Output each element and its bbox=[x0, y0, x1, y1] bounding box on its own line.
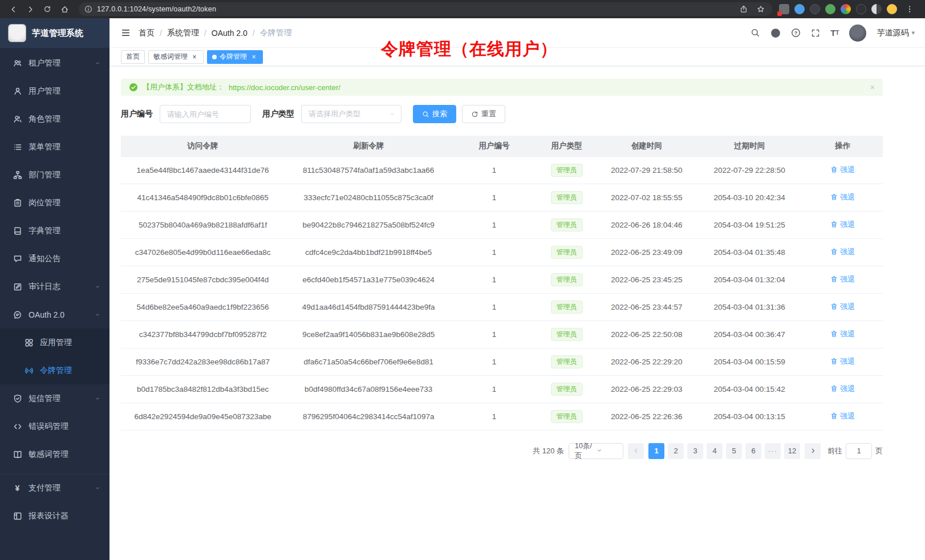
tab-token[interactable]: 令牌管理 bbox=[207, 50, 263, 64]
font-size-icon[interactable]: TT bbox=[830, 29, 839, 37]
user-avatar[interactable] bbox=[849, 25, 866, 42]
sidebar-item-audit-log[interactable]: 审计日志 bbox=[0, 273, 109, 301]
force-logout-button[interactable]: 强退 bbox=[830, 356, 855, 367]
user-id-cell: 1 bbox=[452, 238, 536, 266]
extension-icon[interactable] bbox=[779, 4, 789, 14]
sidebar-item-role[interactable]: 角色管理 bbox=[0, 105, 109, 133]
back-icon[interactable] bbox=[6, 2, 21, 17]
close-icon[interactable] bbox=[250, 53, 258, 61]
sidebar-item-tenant[interactable]: 租户管理 bbox=[0, 49, 109, 77]
pager-page-3[interactable]: 3 bbox=[687, 443, 703, 459]
sidebar-item-notice[interactable]: 通知公告 bbox=[0, 245, 109, 273]
sidebar-item-oauth2-app[interactable]: 应用管理 bbox=[0, 328, 109, 356]
sidebar-item-user[interactable]: 用户管理 bbox=[0, 77, 109, 105]
user-menu[interactable]: 芋道源码 ▾ bbox=[877, 28, 915, 38]
sidebar-item-post[interactable]: 岗位管理 bbox=[0, 189, 109, 217]
force-logout-button[interactable]: 强退 bbox=[830, 165, 855, 175]
expire-time-cell: 2054-03-04 01:35:48 bbox=[696, 238, 803, 266]
fullscreen-icon[interactable] bbox=[811, 29, 820, 38]
force-logout-button[interactable]: 强退 bbox=[830, 329, 855, 339]
page-size-select[interactable]: 10条/页 bbox=[569, 443, 623, 459]
sidebar-item-sensitive-word[interactable]: 敏感词管理 bbox=[0, 440, 109, 468]
goto-page-input[interactable] bbox=[846, 443, 872, 459]
reload-icon[interactable] bbox=[40, 2, 55, 17]
extension-icon[interactable] bbox=[871, 4, 882, 14]
alert-close-icon[interactable]: × bbox=[870, 83, 875, 92]
force-logout-button[interactable]: 强退 bbox=[830, 192, 855, 202]
force-logout-button[interactable]: 强退 bbox=[830, 411, 855, 421]
tab-home[interactable]: 首页 bbox=[121, 50, 145, 64]
help-icon[interactable]: ? bbox=[791, 28, 801, 38]
pager-page-4[interactable]: 4 bbox=[707, 443, 723, 459]
force-logout-label: 强退 bbox=[840, 302, 855, 312]
extension-icon[interactable] bbox=[856, 4, 866, 14]
doc-link[interactable]: https://doc.iocoder.cn/user-center/ bbox=[229, 83, 340, 92]
pager-page-12[interactable]: 12 bbox=[784, 443, 800, 459]
sidebar-item-oauth2-token[interactable]: 令牌管理 bbox=[0, 356, 109, 384]
active-tab-dot bbox=[212, 55, 217, 59]
search-icon bbox=[422, 111, 429, 118]
extension-icon[interactable] bbox=[825, 4, 835, 14]
user-type-select[interactable]: 请选择用户类型 bbox=[301, 105, 401, 123]
pager-page-5[interactable]: 5 bbox=[726, 443, 742, 459]
trash-icon bbox=[830, 385, 838, 392]
sidebar-item-dept[interactable]: 部门管理 bbox=[0, 161, 109, 189]
forward-icon[interactable] bbox=[23, 2, 38, 17]
user-type-badge: 管理员 bbox=[551, 218, 583, 232]
browser-menu-icon[interactable] bbox=[902, 2, 917, 17]
sidebar-item-pay[interactable]: ¥支付管理 bbox=[0, 474, 109, 502]
home-icon[interactable] bbox=[57, 2, 72, 17]
breadcrumb-oauth[interactable]: OAuth 2.0 bbox=[212, 29, 248, 38]
breadcrumb-system[interactable]: 系统管理 bbox=[167, 28, 199, 38]
pager-page-2[interactable]: 2 bbox=[668, 443, 684, 459]
sidebar-fold-icon[interactable] bbox=[121, 28, 131, 38]
table-row: 41c41346a548490f9dc8b01c6bfe0865333ecfc7… bbox=[121, 184, 883, 211]
create-time-cell: 2022-06-25 23:45:25 bbox=[597, 266, 696, 293]
tab-sensitive-word[interactable]: 敏感词管理 bbox=[148, 50, 204, 64]
action-cell: 强退 bbox=[803, 184, 883, 211]
search-button[interactable]: 搜索 bbox=[413, 105, 456, 123]
breadcrumb: 首页 系统管理 OAuth 2.0 令牌管理 bbox=[139, 28, 292, 38]
next-page-button[interactable] bbox=[805, 443, 821, 459]
force-logout-button[interactable]: 强退 bbox=[830, 302, 855, 312]
user-type-cell: 管理员 bbox=[536, 320, 597, 348]
svg-text:?: ? bbox=[794, 30, 798, 36]
extension-icon[interactable] bbox=[794, 4, 805, 14]
force-logout-button[interactable]: 强退 bbox=[830, 220, 855, 230]
site-info-icon[interactable] bbox=[84, 5, 92, 13]
force-logout-label: 强退 bbox=[840, 411, 855, 421]
extension-icon[interactable] bbox=[810, 4, 820, 14]
pager-page-1[interactable]: 1 bbox=[648, 443, 664, 459]
sidebar-item-label: 支付管理 bbox=[29, 483, 88, 493]
breadcrumb-home[interactable]: 首页 bbox=[139, 28, 155, 38]
force-logout-button[interactable]: 强退 bbox=[830, 274, 855, 285]
browser-profile-avatar[interactable] bbox=[887, 4, 897, 14]
force-logout-button[interactable]: 强退 bbox=[830, 247, 855, 257]
sidebar-item-report[interactable]: 报表设计器 bbox=[0, 502, 109, 530]
chevron-down-icon bbox=[95, 396, 100, 401]
github-icon[interactable] bbox=[770, 28, 781, 38]
close-icon[interactable] bbox=[190, 53, 198, 61]
user-id-input[interactable] bbox=[160, 105, 251, 123]
sidebar-item-menu[interactable]: 菜单管理 bbox=[0, 133, 109, 161]
sidebar-item-dict[interactable]: 字典管理 bbox=[0, 217, 109, 245]
search-icon[interactable] bbox=[750, 28, 760, 38]
bookmark-star-icon[interactable] bbox=[755, 3, 766, 15]
pager-page-6[interactable]: 6 bbox=[745, 443, 761, 459]
create-time-cell: 2022-06-26 18:04:46 bbox=[597, 211, 696, 238]
error-code-icon bbox=[13, 422, 22, 431]
sidebar-item-label: OAuth 2.0 bbox=[29, 310, 88, 319]
share-icon[interactable] bbox=[738, 3, 749, 15]
extension-icon[interactable] bbox=[841, 4, 851, 14]
address-bar[interactable]: 127.0.0.1:1024/system/oauth2/token bbox=[79, 2, 772, 16]
sidebar-item-oauth2[interactable]: OAuth 2.0 bbox=[0, 301, 109, 328]
reset-button[interactable]: 重置 bbox=[462, 105, 505, 123]
sidebar-item-error-code[interactable]: 错误码管理 bbox=[0, 412, 109, 440]
app-logo[interactable]: 芋道管理系统 bbox=[0, 18, 109, 48]
chevron-down-icon bbox=[95, 284, 100, 290]
sidebar-item-sms[interactable]: 短信管理 bbox=[0, 384, 109, 412]
trash-icon bbox=[830, 221, 838, 228]
pager-more-button[interactable]: ··· bbox=[765, 443, 781, 459]
force-logout-button[interactable]: 强退 bbox=[830, 384, 855, 394]
prev-page-button[interactable] bbox=[628, 443, 644, 459]
